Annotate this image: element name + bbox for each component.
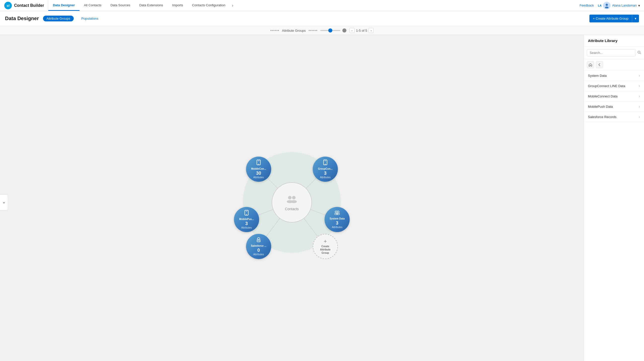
top-navigation: sf Contact Builder Data Designer All Con… (0, 0, 644, 11)
create-node-label: CreateAttributeGroup (318, 245, 332, 255)
sidebar-toggle-icon: » (3, 201, 5, 204)
svg-line-32 (640, 53, 641, 54)
create-attribute-group-button[interactable]: + Create Attribute Group ▾ (589, 15, 639, 22)
mobilepush-count: 3 (245, 221, 248, 226)
panel-item-system-data-label: System Data (588, 74, 607, 78)
create-btn-dropdown-icon[interactable]: ▾ (632, 15, 639, 22)
nav-more-icon[interactable]: › (230, 0, 235, 11)
panel-home-button[interactable] (587, 61, 594, 68)
panel-item-groupconnect-label: GroupConnect LINE Data (588, 84, 625, 88)
salesforce-attrs: Attributes (253, 253, 264, 256)
node-mobilepush[interactable]: MobilePus... 3 Attributes (234, 207, 259, 232)
mobileconnect-attrs: Attributes (253, 176, 264, 179)
nav-tab-contacts-configuration[interactable]: Contacts Configuration (188, 0, 230, 11)
create-btn-label: + Create Attribute Group (589, 15, 632, 22)
mobilepush-icon (244, 210, 249, 217)
mobileconnect-count: 30 (256, 171, 261, 175)
panel-item-system-data[interactable]: System Data › (584, 70, 644, 81)
panel-back-button[interactable] (596, 61, 603, 68)
pagination-next[interactable]: › (369, 28, 374, 33)
tab-attribute-groups[interactable]: Attribute Groups (43, 16, 74, 21)
nav-tab-data-designer[interactable]: Data Designer (48, 0, 79, 11)
drag-handle-2 (309, 30, 317, 31)
svg-point-3 (605, 7, 609, 8)
panel-item-salesforce[interactable]: Salesforce Records › (584, 112, 644, 122)
panel-search-container (584, 47, 644, 59)
search-icon[interactable] (637, 51, 641, 55)
panel-item-system-data-arrow: › (639, 74, 640, 78)
user-menu[interactable]: LA Alana Landsman ▾ (598, 2, 640, 9)
panel-item-mobilepush-arrow: › (639, 104, 640, 109)
nav-tab-data-extensions[interactable]: Data Extensions (135, 0, 168, 11)
logo-area: sf Contact Builder (0, 0, 48, 11)
mobilepush-name: MobilePus... (238, 218, 255, 221)
nav-tab-data-sources[interactable]: Data Sources (106, 0, 135, 11)
panel-item-mobilepush[interactable]: MobilePush Data › (584, 101, 644, 112)
create-plus-icon: + (324, 239, 327, 244)
sub-header-left: Data Designer Attribute Groups Populatio… (5, 16, 102, 21)
svg-point-2 (606, 4, 608, 6)
panel-item-salesforce-arrow: › (639, 115, 640, 119)
svg-point-25 (337, 211, 339, 213)
panel-navigation (584, 59, 644, 70)
pagination: ‹ 1-5 of 5 › (349, 28, 374, 33)
tab-populations[interactable]: Populations (78, 16, 102, 21)
app-title: Contact Builder (14, 3, 44, 8)
svg-point-22 (246, 214, 247, 215)
panel-item-mobileconnect-label: MobileConnect Data (588, 94, 618, 98)
sidebar-toggle-button[interactable]: » (0, 194, 8, 210)
systemdata-attrs: Attributes (332, 226, 342, 229)
user-locale-badge: LA (598, 4, 602, 7)
attr-groups-bar-label: Attribute Groups (282, 29, 306, 32)
systemdata-name: System Data (329, 217, 346, 220)
pagination-prev[interactable]: ‹ (349, 28, 354, 33)
panel-item-groupconnect[interactable]: GroupConnect LINE Data › (584, 81, 644, 91)
svg-text:sf: sf (7, 4, 10, 8)
node-mobileconnect[interactable]: MobileCon... 30 Attributes (246, 157, 271, 182)
canvas-top-bar: Attribute Groups ‹ 1-5 of 5 › (0, 26, 644, 35)
center-label: Contacts (285, 207, 299, 211)
svg-point-11 (288, 196, 292, 199)
svg-point-27 (337, 213, 340, 215)
center-contacts-node: Contacts (272, 182, 312, 223)
canvas-area: » (0, 35, 644, 361)
diagram-container: Contacts MobileCon... 30 Attributes (221, 132, 362, 273)
user-avatar (603, 2, 611, 9)
user-name: Alana Landsman (612, 4, 637, 7)
svg-point-12 (292, 196, 296, 199)
panel-list: System Data › GroupConnect LINE Data › M… (584, 70, 644, 361)
zoom-slider[interactable] (320, 28, 346, 32)
sub-header: Data Designer Attribute Groups Populatio… (0, 11, 644, 26)
salesforce-node-icon (256, 237, 261, 243)
nav-right: Feedback LA Alana Landsman ▾ (576, 0, 644, 11)
search-input[interactable] (587, 49, 635, 56)
main-canvas: Contacts MobileCon... 30 Attributes (0, 35, 584, 361)
node-systemdata[interactable]: System Data 3 Attributes (325, 207, 350, 232)
panel-header: Attribute Library (584, 35, 644, 47)
groupconnect-attrs: Attributes (320, 176, 331, 179)
panel-item-salesforce-label: Salesforce Records (588, 115, 616, 119)
svg-point-19 (325, 164, 326, 165)
mobilepush-attrs: Attributes (241, 226, 252, 229)
mobileconnect-icon (256, 160, 261, 166)
node-groupconnect[interactable]: GroupCon... 3 Attributes (313, 157, 338, 182)
groupconnect-count: 3 (324, 171, 327, 175)
salesforce-logo-icon: sf (4, 2, 12, 10)
node-create-attribute-group[interactable]: + CreateAttributeGroup (313, 234, 338, 259)
pagination-text: 1-5 of 5 (356, 29, 367, 32)
groupconnect-name: GroupCon... (317, 167, 334, 170)
nav-tab-all-contacts[interactable]: All Contacts (79, 0, 106, 11)
contacts-icon (286, 194, 298, 205)
panel-item-groupconnect-arrow: › (639, 84, 640, 88)
node-salesforce[interactable]: Salesforce ... 0 Attributes (246, 234, 271, 259)
feedback-link[interactable]: Feedback (580, 4, 594, 7)
salesforce-name: Salesforce ... (250, 244, 267, 247)
mobileconnect-name: MobileCon... (250, 167, 267, 170)
user-dropdown-icon: ▾ (638, 4, 640, 8)
groupconnect-icon (323, 160, 328, 166)
nav-tab-imports[interactable]: Imports (168, 0, 187, 11)
panel-item-mobileconnect[interactable]: MobileConnect Data › (584, 91, 644, 101)
panel-item-mobileconnect-arrow: › (639, 94, 640, 98)
attribute-library-panel: Attribute Library (584, 35, 644, 361)
svg-point-24 (335, 211, 337, 213)
